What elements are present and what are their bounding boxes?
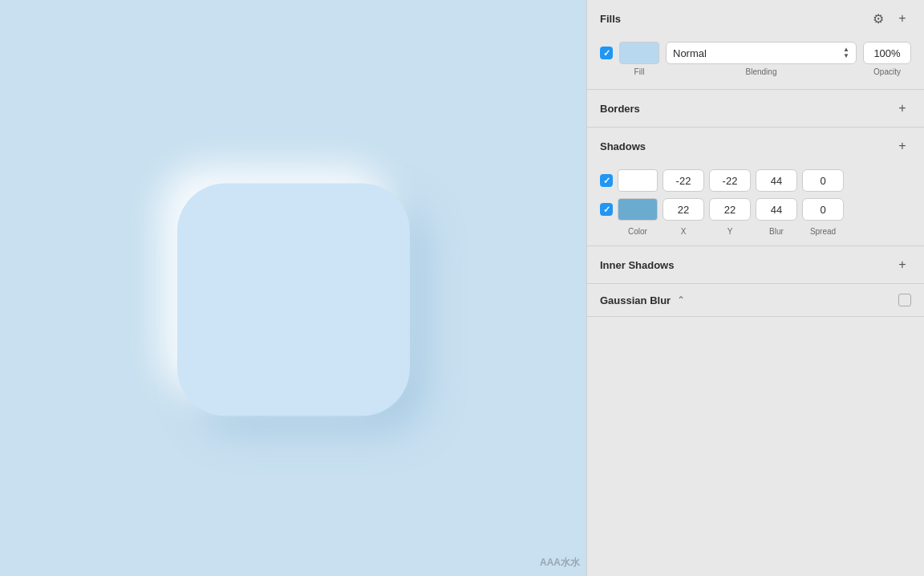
shadows-header: Shadows +: [587, 128, 924, 164]
shadow-row-2: [600, 198, 911, 221]
shadow1-y-input[interactable]: [709, 169, 751, 192]
fills-actions: ⚙ +: [869, 10, 911, 27]
x-label: X: [663, 227, 704, 236]
y-label: Y: [709, 227, 751, 236]
fills-settings-button[interactable]: ⚙: [869, 10, 887, 27]
opacity-label: Opacity: [863, 67, 911, 76]
fills-add-button[interactable]: +: [894, 10, 911, 27]
spread-label: Spread: [802, 227, 844, 236]
shadow2-blur-input[interactable]: [756, 198, 797, 221]
shadow2-checkbox[interactable]: [600, 203, 613, 216]
blending-label: Blending: [666, 67, 857, 76]
shadow2-x-input[interactable]: [663, 198, 704, 221]
color-label: Color: [618, 227, 658, 236]
blending-value: Normal: [673, 47, 707, 59]
opacity-input[interactable]: [863, 42, 911, 64]
shadows-actions: +: [894, 137, 911, 155]
fill-color-swatch[interactable]: [619, 42, 659, 64]
inner-shadows-section: Inner Shadows +: [587, 246, 924, 284]
shadow2-y-input[interactable]: [709, 198, 751, 221]
plus-icon: +: [898, 139, 906, 153]
blur-label: Blur: [756, 227, 797, 236]
shadow1-checkbox[interactable]: [600, 174, 613, 187]
gaussian-blur-header: Gaussian Blur ⌃: [587, 284, 924, 316]
gaussian-left: Gaussian Blur ⌃: [600, 294, 685, 306]
neumorphic-card: [177, 184, 410, 416]
borders-header: Borders +: [587, 90, 924, 127]
shadow1-color-swatch[interactable]: [618, 169, 658, 192]
shadow-labels-row: Color X Y Blur Spread: [600, 227, 911, 236]
plus-icon: +: [898, 11, 906, 26]
shadows-title: Shadows: [600, 140, 646, 152]
shadow-row-1: [600, 169, 911, 192]
borders-section: Borders +: [587, 90, 924, 128]
fills-title: Fills: [600, 13, 621, 25]
shadow1-blur-input[interactable]: [756, 169, 797, 192]
plus-icon: +: [898, 258, 906, 272]
fills-labels-row: Fill Blending Opacity: [587, 67, 924, 79]
shadows-section: Shadows +: [587, 128, 924, 246]
fills-checkbox[interactable]: [600, 47, 613, 59]
dropdown-arrows-icon: ▲ ▼: [843, 47, 849, 59]
fills-row: Normal ▲ ▼: [587, 37, 924, 67]
inner-shadows-actions: +: [894, 256, 911, 274]
gaussian-blur-checkbox[interactable]: [898, 294, 911, 306]
shadow2-color-swatch[interactable]: [618, 198, 658, 221]
blending-dropdown[interactable]: Normal ▲ ▼: [666, 42, 857, 64]
fills-section: Fills ⚙ + Normal ▲ ▼: [587, 0, 924, 90]
borders-add-button[interactable]: +: [894, 99, 911, 117]
gaussian-expand-icon[interactable]: ⌃: [677, 294, 685, 306]
canvas-area: AAA水水: [0, 0, 586, 576]
gaussian-blur-section: Gaussian Blur ⌃: [587, 284, 924, 317]
borders-title: Borders: [600, 103, 640, 115]
shadow1-spread-input[interactable]: [802, 169, 844, 192]
borders-actions: +: [894, 99, 911, 117]
right-panel: Fills ⚙ + Normal ▲ ▼: [586, 0, 924, 576]
gear-icon: ⚙: [873, 11, 884, 26]
shadows-add-button[interactable]: +: [894, 137, 911, 155]
inner-shadows-title: Inner Shadows: [600, 259, 674, 271]
gaussian-blur-title: Gaussian Blur: [600, 294, 671, 306]
plus-icon: +: [898, 101, 906, 116]
shadow2-spread-input[interactable]: [802, 198, 844, 221]
fill-label: Fill: [619, 67, 659, 76]
shadows-content: Color X Y Blur Spread: [587, 164, 924, 245]
inner-shadows-header: Inner Shadows +: [587, 246, 924, 283]
inner-shadows-add-button[interactable]: +: [894, 256, 911, 274]
watermark: AAA水水: [540, 556, 580, 570]
fills-header: Fills ⚙ +: [587, 0, 924, 37]
shadow1-x-input[interactable]: [663, 169, 704, 192]
